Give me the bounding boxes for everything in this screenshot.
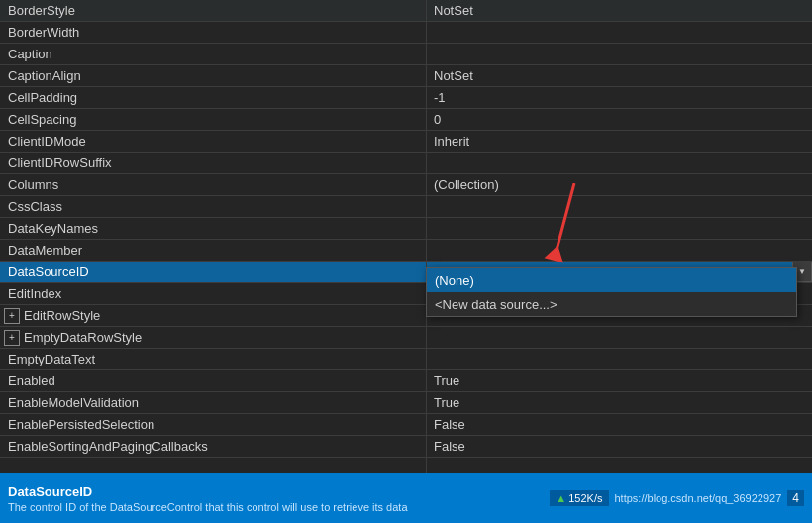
property-row[interactable]: +EmptyDataRowStyle xyxy=(0,327,812,349)
property-value xyxy=(426,22,812,43)
property-name: BorderWidth xyxy=(0,22,426,43)
property-name: Enabled xyxy=(0,370,426,391)
property-row[interactable]: ClientIDModeInherit xyxy=(0,131,812,153)
property-row[interactable]: ClientIDRowSuffix xyxy=(0,153,812,174)
property-name: EnableSortingAndPagingCallbacks xyxy=(0,436,426,457)
property-name: CssClass xyxy=(0,196,426,217)
property-row[interactable]: Columns(Collection) xyxy=(0,174,812,196)
property-name: CellSpacing xyxy=(0,109,426,130)
property-name: DataKeyNames xyxy=(0,218,426,239)
property-row[interactable]: EmptyDataText xyxy=(0,349,812,370)
property-value: True xyxy=(426,392,812,413)
property-name: CellPadding xyxy=(0,87,426,108)
page-number: 4 xyxy=(787,490,804,506)
property-name: +EmptyDataRowStyle xyxy=(0,327,426,348)
property-row[interactable]: CaptionAlignNotSet xyxy=(0,65,812,87)
property-name: Caption xyxy=(0,44,426,64)
property-name: ClientIDMode xyxy=(0,131,426,152)
property-value xyxy=(426,218,812,239)
properties-panel: BorderStyleNotSetBorderWidthCaptionCapti… xyxy=(0,0,812,523)
property-row[interactable]: BorderWidth xyxy=(0,22,812,44)
property-row[interactable]: CellSpacing0 xyxy=(0,109,812,131)
property-name: CaptionAlign xyxy=(0,65,426,86)
property-name: Columns xyxy=(0,174,426,195)
property-value xyxy=(426,327,812,348)
property-value xyxy=(426,196,812,217)
property-name: EnablePersistedSelection xyxy=(0,414,426,435)
property-row[interactable]: DataMember xyxy=(0,240,812,262)
property-value xyxy=(426,153,812,173)
property-value xyxy=(426,44,812,64)
property-row[interactable]: CellPadding-1 xyxy=(0,87,812,109)
expander-icon[interactable]: + xyxy=(4,308,20,324)
property-name: +EditRowStyle xyxy=(0,305,426,326)
property-name: DataSourceID xyxy=(0,262,426,282)
datasource-dropdown[interactable]: (None) <New data source...> xyxy=(426,267,797,317)
property-value: Inherit xyxy=(426,131,812,152)
property-name: EditIndex xyxy=(0,283,426,304)
property-row[interactable]: Caption xyxy=(0,44,812,65)
property-value: NotSet xyxy=(426,65,812,86)
property-value: True xyxy=(426,370,812,391)
property-name: BorderStyle xyxy=(0,0,426,21)
status-bar: DataSourceID The control ID of the DataS… xyxy=(0,473,812,523)
property-value: (Collection) xyxy=(426,174,812,195)
rows-container: BorderStyleNotSetBorderWidthCaptionCapti… xyxy=(0,0,812,458)
property-name: EmptyDataText xyxy=(0,349,426,369)
property-row[interactable]: EnableSortingAndPagingCallbacksFalse xyxy=(0,436,812,458)
arrow-up-icon: ▲ xyxy=(556,492,566,504)
property-value xyxy=(426,349,812,369)
expander-icon[interactable]: + xyxy=(4,330,20,346)
property-name: DataMember xyxy=(0,240,426,261)
property-row[interactable]: EnablePersistedSelectionFalse xyxy=(0,414,812,436)
dropdown-item-new-datasource[interactable]: <New data source...> xyxy=(427,292,796,316)
property-row[interactable]: DataKeyNames xyxy=(0,218,812,240)
property-value: -1 xyxy=(426,87,812,108)
property-name: ClientIDRowSuffix xyxy=(0,153,426,173)
network-speed: ▲ 152K/s xyxy=(550,490,608,506)
property-value: False xyxy=(426,436,812,457)
property-row[interactable]: BorderStyleNotSet xyxy=(0,0,812,22)
property-row[interactable]: EnabledTrue xyxy=(0,370,812,392)
properties-table: BorderStyleNotSetBorderWidthCaptionCapti… xyxy=(0,0,812,473)
property-value xyxy=(426,240,812,261)
property-row[interactable]: CssClass xyxy=(0,196,812,218)
property-row[interactable]: EnableModelValidationTrue xyxy=(0,392,812,414)
status-right: ▲ 152K/s https://blog.csdn.net/qq_369229… xyxy=(550,490,804,506)
property-value: NotSet xyxy=(426,0,812,21)
property-value: 0 xyxy=(426,109,812,130)
property-name: EnableModelValidation xyxy=(0,392,426,413)
dropdown-item-none[interactable]: (None) xyxy=(427,268,796,292)
status-url: https://blog.csdn.net/qq_36922927 xyxy=(615,492,782,504)
property-value: False xyxy=(426,414,812,435)
